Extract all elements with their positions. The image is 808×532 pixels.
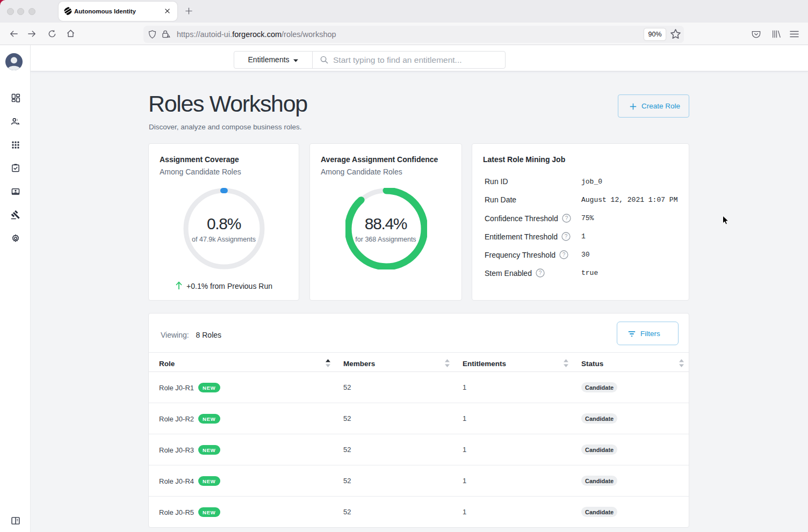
svg-text:?: ? bbox=[539, 270, 542, 276]
svg-text:?: ? bbox=[565, 234, 568, 239]
svg-text:?: ? bbox=[565, 215, 568, 221]
svg-text:?: ? bbox=[562, 252, 566, 258]
